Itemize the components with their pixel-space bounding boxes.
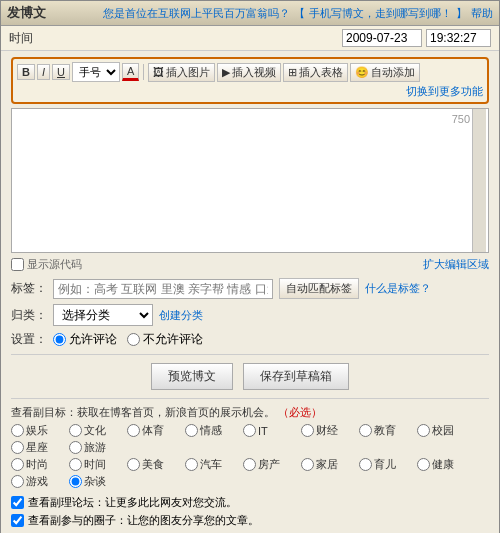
insert-video-button[interactable]: ▶ 插入视频 — [217, 63, 281, 82]
category-select[interactable]: 选择分类 — [53, 304, 153, 326]
rec-radio-game[interactable] — [11, 475, 24, 488]
rec-item-family: 家居 — [301, 457, 359, 472]
underline-button[interactable]: U — [52, 64, 70, 80]
preview-button[interactable]: 预览博文 — [151, 363, 233, 390]
rec-label-game[interactable]: 游戏 — [26, 474, 48, 489]
rec-item-comic: 时间 — [69, 457, 127, 472]
editor-container: 750 — [11, 108, 489, 253]
topbar-link-1[interactable]: 您是首位在互联网上平民百万富翁吗？ — [103, 6, 290, 21]
expand-editor-link[interactable]: 扩大编辑区域 — [423, 257, 489, 272]
forum-label[interactable]: 查看副理论坛：让更多此比网友对您交流。 — [28, 495, 237, 510]
rec-label-parent[interactable]: 育儿 — [374, 457, 396, 472]
rec-label-sport[interactable]: 体育 — [142, 423, 164, 438]
rec-radio-family[interactable] — [301, 458, 314, 471]
show-source-label[interactable]: 显示源代码 — [11, 257, 82, 272]
insert-image-button[interactable]: 🖼 插入图片 — [148, 63, 215, 82]
rec-radio-travel[interactable] — [69, 441, 82, 454]
save-draft-button[interactable]: 保存到草稿箱 — [243, 363, 349, 390]
insert-table-button[interactable]: ⊞ 插入表格 — [283, 63, 348, 82]
rec-item-sport: 体育 — [127, 423, 185, 438]
recommend-categories-row-2: 时尚 时间 美食 汽车 房产 — [11, 457, 489, 489]
what-is-tag-link[interactable]: 什么是标签？ — [365, 281, 431, 296]
auto-complete-button[interactable]: 😊 自动添加 — [350, 63, 420, 82]
rec-label-fashion[interactable]: 时尚 — [26, 457, 48, 472]
bold-button[interactable]: B — [17, 64, 35, 80]
rec-label-health[interactable]: 健康 — [432, 457, 454, 472]
rec-label-ent[interactable]: 娱乐 — [26, 423, 48, 438]
topbar-link-2[interactable]: 手机写博文，走到哪写到哪！ — [309, 6, 452, 21]
deny-comment-radio[interactable] — [127, 333, 140, 346]
divider-1 — [11, 354, 489, 355]
window-title: 发博文 — [7, 4, 46, 22]
rec-radio-comic[interactable] — [69, 458, 82, 471]
forum-checkbox-row: 查看副理论坛：让更多此比网友对您交流。 — [11, 495, 489, 510]
rec-radio-chat[interactable] — [69, 475, 82, 488]
rec-radio-health[interactable] — [417, 458, 430, 471]
topbar-sep-1: 【 — [294, 6, 305, 21]
comment-radio-group: 允许评论 不允许评论 — [53, 331, 203, 348]
rec-item-chat: 杂谈 — [69, 474, 127, 489]
allow-comment-label[interactable]: 允许评论 — [53, 331, 117, 348]
font-color-button[interactable]: A — [122, 63, 139, 81]
rec-radio-finance[interactable] — [301, 424, 314, 437]
allow-comment-radio[interactable] — [53, 333, 66, 346]
rec-item-fashion: 时尚 — [11, 457, 69, 472]
rec-item-food: 美食 — [127, 457, 185, 472]
title-bar: 发博文 您是首位在互联网上平民百万富翁吗？ 【 手机写博文，走到哪写到哪！ 】 … — [1, 1, 499, 26]
participate-checkbox[interactable] — [11, 514, 24, 527]
rec-radio-emotion[interactable] — [185, 424, 198, 437]
image-icon: 🖼 — [153, 66, 164, 78]
tag-row: 标签： 自动匹配标签 什么是标签？ — [11, 278, 489, 299]
smile-icon: 😊 — [355, 66, 369, 79]
scrollbar[interactable] — [472, 109, 486, 252]
rec-radio-fashion[interactable] — [11, 458, 24, 471]
rec-radio-food[interactable] — [127, 458, 140, 471]
rec-radio-ent[interactable] — [11, 424, 24, 437]
rec-label-school[interactable]: 校园 — [432, 423, 454, 438]
participate-label[interactable]: 查看副参与的圈子：让您的图友分享您的文章。 — [28, 513, 259, 528]
date-input[interactable] — [342, 29, 422, 47]
rec-radio-school[interactable] — [417, 424, 430, 437]
topbar-link-3[interactable]: 帮助 — [471, 6, 493, 21]
rec-label-car[interactable]: 汽车 — [200, 457, 222, 472]
deny-comment-label[interactable]: 不允许评论 — [127, 331, 203, 348]
rec-radio-star[interactable] — [11, 441, 24, 454]
auto-tag-button[interactable]: 自动匹配标签 — [279, 278, 359, 299]
settings-row: 设置： 允许评论 不允许评论 — [11, 331, 489, 348]
rec-item-edu: 教育 — [359, 423, 417, 438]
rec-radio-estate[interactable] — [243, 458, 256, 471]
italic-button[interactable]: I — [37, 64, 50, 80]
rec-label-family[interactable]: 家居 — [316, 457, 338, 472]
font-size-select[interactable]: 手号 — [72, 62, 120, 82]
create-category-link[interactable]: 创建分类 — [159, 308, 203, 323]
rec-radio-edu[interactable] — [359, 424, 372, 437]
more-features-link[interactable]: 切换到更多功能 — [406, 84, 483, 99]
rec-label-star[interactable]: 星座 — [26, 440, 48, 455]
date-time-row — [342, 29, 491, 47]
rec-radio-culture[interactable] — [69, 424, 82, 437]
rec-radio-sport[interactable] — [127, 424, 140, 437]
rec-label-estate[interactable]: 房产 — [258, 457, 280, 472]
forum-checkbox[interactable] — [11, 496, 24, 509]
rec-label-emotion[interactable]: 情感 — [200, 423, 222, 438]
title-bar-links: 您是首位在互联网上平民百万富翁吗？ 【 手机写博文，走到哪写到哪！ 】 帮助 — [103, 6, 493, 21]
rec-item-health: 健康 — [417, 457, 475, 472]
rec-label-finance[interactable]: 财经 — [316, 423, 338, 438]
time-input[interactable] — [426, 29, 491, 47]
tag-input[interactable] — [53, 279, 273, 299]
rec-radio-car[interactable] — [185, 458, 198, 471]
rec-label-it[interactable]: IT — [258, 425, 268, 437]
rec-label-comic[interactable]: 时间 — [84, 457, 106, 472]
content-area: B I U 手号 A 🖼 插入图片 ▶ 插入视频 ⊞ 插入表格 😊 自动添加 — [1, 51, 499, 533]
rec-label-travel[interactable]: 旅游 — [84, 440, 106, 455]
rec-label-culture[interactable]: 文化 — [84, 423, 106, 438]
rec-item-culture: 文化 — [69, 423, 127, 438]
show-source-checkbox[interactable] — [11, 258, 24, 271]
rec-label-chat[interactable]: 杂谈 — [84, 474, 106, 489]
rec-radio-it[interactable] — [243, 424, 256, 437]
editor-textarea[interactable] — [12, 109, 488, 249]
category-row: 归类： 选择分类 创建分类 — [11, 304, 489, 326]
rec-radio-parent[interactable] — [359, 458, 372, 471]
rec-label-food[interactable]: 美食 — [142, 457, 164, 472]
rec-label-edu[interactable]: 教育 — [374, 423, 396, 438]
